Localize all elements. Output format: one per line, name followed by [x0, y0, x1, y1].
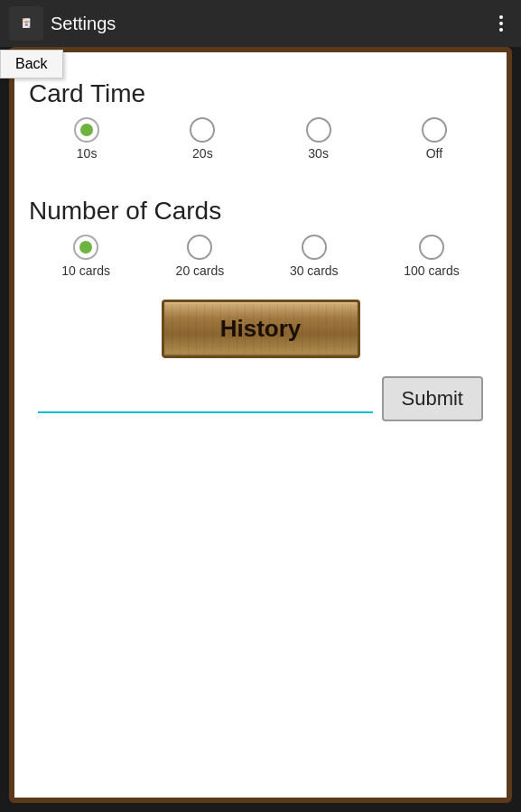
top-bar-left: 🃏 Settings [9, 6, 116, 41]
card-time-off[interactable]: Off [422, 117, 447, 161]
card-time-label: Card Time [29, 79, 492, 108]
radio-circle-30s[interactable] [306, 117, 331, 143]
radio-circle-20s[interactable] [190, 117, 215, 143]
radio-selected-10s [80, 124, 93, 136]
card-time-30s[interactable]: 30s [306, 117, 331, 161]
submit-button[interactable]: Submit [382, 376, 483, 421]
app-logo: 🃏 [9, 6, 43, 41]
settings-content: Card Time 10s 20s 30s Off Number of Card… [9, 47, 512, 803]
input-row: Submit [29, 376, 492, 421]
radio-label-30s: 30s [308, 146, 329, 161]
card-time-20s[interactable]: 20s [190, 117, 215, 161]
card-time-radio-group: 10s 20s 30s Off [29, 117, 492, 161]
overflow-menu-button[interactable] [490, 5, 512, 42]
radio-label-100cards: 100 cards [404, 263, 459, 278]
history-button[interactable]: History [162, 300, 360, 358]
number-of-cards-radio-group: 10 cards 20 cards 30 cards 100 cards [29, 235, 492, 278]
menu-dot-1 [499, 15, 503, 19]
radio-label-10s: 10s [77, 146, 98, 161]
cards-30[interactable]: 30 cards [290, 235, 339, 278]
logo-image: 🃏 [21, 18, 32, 29]
radio-circle-20cards[interactable] [187, 235, 212, 260]
radio-label-20cards: 20 cards [176, 263, 225, 278]
radio-circle-30cards[interactable] [302, 235, 327, 260]
card-time-10s[interactable]: 10s [74, 117, 99, 161]
radio-circle-off[interactable] [422, 117, 447, 143]
cards-100[interactable]: 100 cards [404, 235, 459, 278]
radio-circle-100cards[interactable] [419, 235, 444, 260]
page-title: Settings [51, 14, 116, 34]
number-of-cards-label: Number of Cards [29, 197, 492, 226]
radio-circle-10s[interactable] [74, 117, 99, 143]
radio-label-off: Off [426, 146, 442, 161]
back-button[interactable]: Back [0, 50, 63, 78]
radio-selected-10cards [79, 241, 92, 254]
radio-circle-10cards[interactable] [73, 235, 98, 260]
cards-20[interactable]: 20 cards [176, 235, 225, 278]
text-input[interactable] [38, 385, 373, 413]
radio-label-20s: 20s [192, 146, 213, 161]
cards-10[interactable]: 10 cards [61, 235, 110, 278]
radio-label-30cards: 30 cards [290, 263, 339, 278]
radio-label-10cards: 10 cards [61, 263, 110, 278]
menu-dot-2 [499, 22, 503, 25]
top-bar: 🃏 Settings [0, 0, 521, 47]
menu-dot-3 [499, 28, 503, 32]
